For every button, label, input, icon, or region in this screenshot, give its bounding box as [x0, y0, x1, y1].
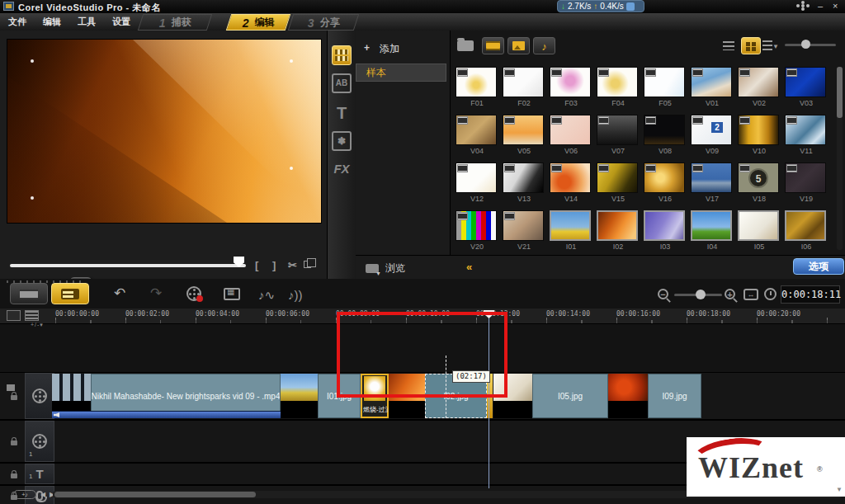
media-library-icon[interactable] [332, 45, 352, 65]
thumbnail-f02[interactable] [503, 67, 544, 97]
library-item-v12[interactable]: V12 [454, 161, 501, 209]
thumbnail-v15[interactable] [597, 163, 638, 193]
lock-icon[interactable] [11, 440, 17, 445]
menu-settings[interactable]: 设置 [104, 13, 139, 31]
image-clip-i09[interactable]: I09.jpg [608, 374, 701, 418]
import-folder-icon[interactable] [457, 40, 474, 51]
library-item-v16[interactable]: V16 [642, 161, 689, 209]
library-item-f02[interactable]: F02 [501, 65, 548, 113]
thumbnail-i01[interactable] [550, 210, 591, 241]
thumbnail-v09[interactable]: 2 [691, 115, 732, 145]
library-item-v15[interactable]: V15 [595, 161, 642, 209]
undo-button[interactable]: ↶ [114, 285, 125, 302]
library-item-v14[interactable]: V14 [548, 161, 595, 209]
timeline-timecode[interactable]: 0:00:18:11 [781, 285, 840, 304]
thumbnail-v19[interactable] [785, 163, 826, 193]
library-item-v13[interactable]: V13 [501, 161, 548, 209]
library-item-i03[interactable]: I03 [642, 209, 689, 257]
image-clip-i05[interactable]: I05.jpg [493, 374, 608, 418]
library-item-i04[interactable]: I04 [689, 209, 736, 257]
library-scrollbar-thumb[interactable] [837, 67, 843, 118]
menu-edit[interactable]: 编辑 [35, 13, 69, 31]
record-capture-button[interactable] [186, 286, 201, 305]
thumb-size-slider[interactable] [785, 44, 836, 46]
video-clip-brightsparks[interactable]: Nikhil Mahashabde- New brightsparks vid … [52, 374, 281, 418]
step-capture[interactable]: 1捕获 [138, 14, 212, 31]
thumbnail-f01[interactable] [456, 67, 497, 97]
add-track-button[interactable]: +♪ [13, 490, 36, 499]
sound-mixer-button[interactable]: ♪)) [288, 287, 303, 304]
thumbnail-i06[interactable] [785, 210, 826, 241]
thumbnail-v07[interactable] [597, 115, 638, 145]
lock-icon[interactable] [11, 395, 17, 400]
track-manager-icon[interactable] [7, 310, 21, 321]
library-item-v20[interactable]: V20 [454, 209, 501, 257]
thumbnail-v01[interactable] [691, 67, 732, 97]
library-item-v08[interactable]: V08 [642, 113, 689, 161]
library-item-v21[interactable]: V21 [501, 209, 548, 257]
sort-icon[interactable] [762, 40, 772, 50]
filter-audio-button[interactable]: ♪ [533, 37, 555, 54]
thumbnail-i03[interactable] [644, 210, 685, 241]
lock-icon[interactable] [11, 473, 17, 478]
thumbnail-v05[interactable] [503, 115, 544, 145]
library-item-v02[interactable]: V02 [736, 65, 783, 113]
library-item-i05[interactable]: I05 [736, 209, 783, 257]
track-header-title-track[interactable]: T1 [25, 464, 54, 484]
instant-project-button[interactable] [224, 288, 240, 304]
thumbnail-f03[interactable] [550, 67, 591, 97]
step-edit[interactable]: 2编辑 [226, 14, 290, 31]
pin-dots-icon[interactable] [801, 4, 805, 7]
thumbnail-v02[interactable] [738, 67, 779, 97]
library-item-v01[interactable]: V01 [689, 65, 736, 113]
library-item-v07[interactable]: V07 [595, 113, 642, 161]
library-item-f04[interactable]: F04 [595, 65, 642, 113]
track-manager-button[interactable] [7, 384, 15, 391]
split-clip-button[interactable]: ✂ [288, 259, 297, 271]
library-item-f03[interactable]: F03 [548, 65, 595, 113]
minimize-button[interactable]: – [818, 1, 823, 11]
grid-view-button[interactable] [741, 37, 761, 54]
thumbnail-i02[interactable] [597, 210, 638, 241]
mark-in-button[interactable]: [ [255, 259, 258, 271]
transition-library-icon[interactable]: AB [332, 73, 352, 93]
filter-library-icon[interactable]: FX [332, 159, 352, 179]
category-item-sample[interactable]: 样本 [356, 64, 446, 82]
close-button[interactable]: × [833, 1, 838, 11]
step-share[interactable]: 3分享 [288, 14, 359, 31]
options-button[interactable]: 选项 [793, 258, 844, 275]
menu-file[interactable]: 文件 [0, 13, 35, 31]
filter-video-button[interactable] [482, 37, 504, 54]
storyboard-view-button[interactable] [10, 283, 48, 304]
duration-clock-icon[interactable] [764, 288, 777, 300]
thumbnail-f04[interactable] [597, 67, 638, 97]
library-scrollbar[interactable] [837, 67, 843, 250]
library-item-i01[interactable]: I01 [548, 209, 595, 257]
library-item-f01[interactable]: F01 [454, 65, 501, 113]
add-folder-row[interactable]: + 添加 [364, 42, 399, 56]
thumbnail-v06[interactable] [550, 115, 591, 145]
thumbnail-v21[interactable] [503, 210, 544, 241]
scrubber-bar[interactable] [10, 264, 246, 267]
graphic-library-icon[interactable] [332, 131, 352, 151]
thumbnail-v10[interactable] [738, 115, 779, 145]
fit-project-button[interactable]: ↔ [744, 289, 758, 300]
thumbnail-f05[interactable] [644, 67, 685, 97]
thumbnail-v12[interactable] [456, 163, 497, 193]
zoom-out-button[interactable]: − [658, 289, 668, 299]
thumb-size-handle[interactable] [801, 40, 810, 49]
track-toggle-buttons[interactable]: +/-▾ [31, 322, 44, 328]
clip-body[interactable]: I05.jpg [532, 374, 608, 418]
thumbnail-v17[interactable] [691, 163, 732, 193]
filter-photo-button[interactable] [507, 37, 530, 54]
thumbnail-v04[interactable] [456, 115, 497, 145]
timeline-zoom-handle[interactable] [696, 290, 706, 299]
thumbnail-v16[interactable] [644, 163, 685, 193]
library-item-v18[interactable]: 5V18 [736, 161, 783, 209]
library-item-v10[interactable]: V10 [736, 113, 783, 161]
enlarge-preview-button[interactable] [304, 261, 311, 268]
library-item-i02[interactable]: I02 [595, 209, 642, 257]
redo-button[interactable]: ↷ [150, 285, 162, 302]
library-item-v03[interactable]: V03 [783, 65, 830, 113]
track-header-overlay-track[interactable]: 1 [25, 421, 54, 462]
